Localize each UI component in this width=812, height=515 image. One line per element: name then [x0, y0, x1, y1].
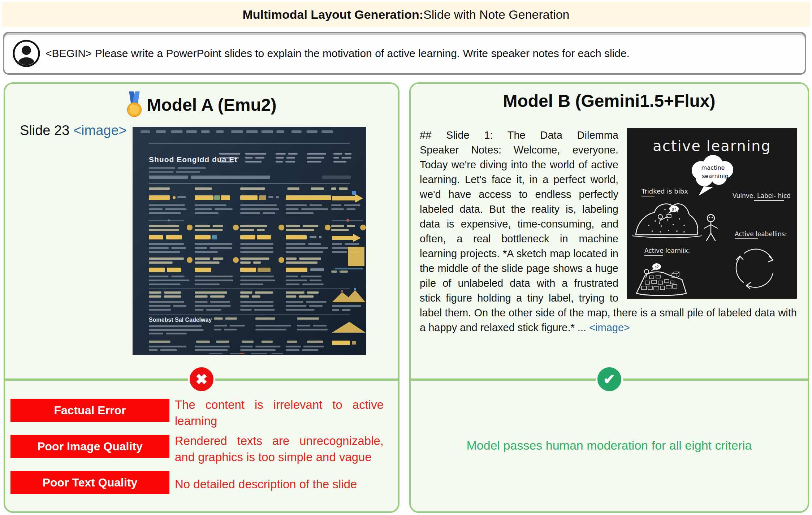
cross-badge: ✖ — [188, 365, 215, 393]
model-b-title-row: Model B (Gemini1.5+Flux) — [411, 91, 808, 111]
figure-page: Multimodal Layout Generation: Slide with… — [0, 0, 812, 515]
model-a-title-row: Model A (Emu2) — [5, 91, 398, 118]
image-token-a: <image> — [73, 123, 127, 138]
finding-label-text: Poor Image Quality — [37, 440, 143, 453]
slide-ref-text: Slide 23 — [20, 123, 73, 138]
bar-chart-block — [348, 247, 364, 266]
cross-icon: ✖ — [195, 372, 208, 386]
prompt-text: <BEGIN> Please write a PowerPoint slides… — [46, 47, 630, 60]
speech-bubble-1: s? — [672, 207, 676, 212]
finding-label-text: Poor Text Quality — [43, 476, 138, 489]
verdict-text: Model passes human moderation for all ei… — [411, 438, 808, 453]
arrow-shape — [332, 196, 355, 200]
user-avatar-icon — [12, 39, 40, 68]
label-pile: Active learniix: — [644, 247, 690, 254]
medal-icon — [126, 91, 142, 118]
image-token-b: <image> — [589, 322, 630, 333]
slide-mock-image: Shuod Eongldd dua Et — [133, 127, 366, 355]
finding-label-factual-error: Factual Error — [10, 399, 169, 422]
label-top-left: Tridked is bibx — [641, 187, 688, 195]
blue-marker — [352, 191, 356, 195]
sketch-title: active learning — [653, 138, 771, 154]
finding-label-text: Factual Error — [54, 404, 126, 417]
page-title-bold: Multimodal Layout Generation: — [242, 8, 423, 22]
check-icon: ✔ — [603, 372, 616, 386]
header-bar: Multimodal Layout Generation: Slide with… — [2, 2, 810, 27]
speech-bubble-2: s? — [655, 265, 659, 269]
model-a-title: Model A (Emu2) — [147, 95, 276, 115]
panel-model-b: Model B (Gemini1.5+Flux) active learning… — [409, 82, 809, 513]
page-title-rest: Slide with Note Generation — [423, 8, 569, 22]
prompt-box: <BEGIN> Please write a PowerPoint slides… — [3, 32, 806, 75]
label-top-right: Vulnve. Label- hicd — [733, 192, 791, 199]
slide-pseudo-heading2: Somebst Sal Cadelway — [149, 317, 212, 323]
panel-model-a: Model A (Emu2) Slide 23 <image> Shuod Eo… — [4, 82, 399, 513]
label-cycle: Active leabellins: — [735, 230, 787, 238]
finding-desc-poor-text-quality: No detailed description of the slide — [175, 476, 384, 492]
model-b-title: Model B (Gemini1.5+Flux) — [503, 91, 715, 111]
slide-ref-label: Slide 23 <image> — [20, 123, 127, 138]
finding-desc-poor-image-quality: Rendered texts are unrecognizable, and g… — [175, 433, 384, 465]
bubble-line-1: mactine — [701, 164, 725, 171]
sketch-image: active learning mactine searninig Tridke… — [627, 128, 797, 299]
speaker-notes: active learning mactine searninig Tridke… — [420, 128, 797, 335]
finding-label-poor-image-quality: Poor Image Quality — [10, 435, 169, 458]
finding-label-poor-text-quality: Poor Text Quality — [10, 471, 169, 494]
bubble-line-2: searninig — [702, 173, 729, 179]
check-badge: ✔ — [596, 365, 623, 393]
finding-desc-factual-error: The content is irrelevant to active lear… — [175, 397, 384, 429]
